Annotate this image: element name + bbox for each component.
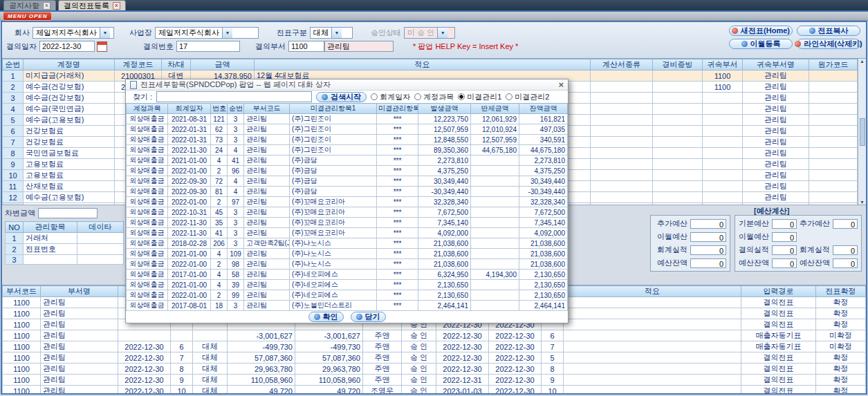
cell[interactable]: *** [377,218,418,228]
cell[interactable]: 5 [3,115,24,126]
cell[interactable] [471,249,519,259]
cell[interactable]: 2 [211,197,228,207]
cell[interactable]: 44,675,180 [471,145,519,155]
cell[interactable]: *** [377,280,418,290]
cell[interactable]: *** [377,228,418,238]
cell[interactable]: 2022-12-30 [489,341,542,352]
cell[interactable]: 관리팀 [244,187,290,197]
cell[interactable]: *** [377,166,418,176]
cell[interactable]: 거래처 [24,233,77,244]
cell[interactable] [564,308,741,319]
cell[interactable]: (주)금담 [290,187,377,197]
cell[interactable] [653,70,703,82]
approve-state-select[interactable]: 미 승 인 ▼ [404,27,455,39]
cell[interactable]: 확정 [816,375,866,386]
cell[interactable]: (주)꼬매요코리아 [290,197,377,207]
cell[interactable]: 12,010,924 [471,124,519,135]
cell[interactable]: *** [377,249,418,259]
cell[interactable]: 산재보험료 [24,181,115,192]
cell[interactable] [703,126,743,137]
cell[interactable]: 예수금(국민연금) [24,104,115,115]
cell[interactable]: 2021-01-00 [168,280,211,290]
cell[interactable] [703,170,743,181]
cell[interactable] [471,197,519,207]
cell[interactable]: 3 [228,301,244,311]
cell[interactable] [653,93,703,104]
cell[interactable]: 2 [211,290,228,301]
cell[interactable]: 32,328,340 [519,197,568,207]
cell[interactable]: 49,720 [228,386,295,395]
cell[interactable]: 2,273,810 [519,155,568,166]
cell[interactable]: 건강보험료 [24,126,115,137]
cell[interactable]: 96 [228,166,244,176]
cell[interactable]: *** [377,176,418,187]
cell[interactable] [653,181,703,192]
cell[interactable]: 외상매출금 [127,155,168,166]
cell[interactable]: 2022-09-30 [168,176,211,187]
cell[interactable]: 10 [3,170,24,181]
cell[interactable]: 7 [3,137,24,148]
cell[interactable]: 4 [228,176,244,187]
cell[interactable] [591,70,653,82]
cell[interactable]: 2022-11-30 [168,218,211,228]
slip-date-input[interactable] [39,41,95,52]
cell[interactable]: 10 [171,386,193,395]
cell[interactable]: 2022-12-30 [436,352,489,364]
cell[interactable]: 주앤 [363,364,402,375]
cell[interactable]: 외상매출금 [127,176,168,187]
cell[interactable]: 1100 [3,330,41,341]
cell[interactable]: 주앤 [363,375,402,386]
cell[interactable]: 99 [228,290,244,301]
cell[interactable]: 1 [6,233,24,244]
table-row[interactable]: 외상매출금2022-01-31623관리팀(주)그린조이***12,507,95… [127,124,568,135]
cell[interactable]: 5 [542,352,564,364]
cell[interactable] [653,170,703,181]
cell[interactable]: 4 [211,249,228,259]
table-row[interactable]: 외상매출금2021-01-004109관리팀(주)나노시스***21,038,6… [127,249,568,259]
cell[interactable]: 8 [542,364,564,375]
cell[interactable]: *** [377,124,418,135]
table-row[interactable]: 1100관리팀-3,001,627-3,001,627주앤승 인2022-12-… [3,330,866,341]
cell[interactable]: 2 [6,244,24,255]
cell[interactable]: 44,675,180 [519,145,568,155]
cell[interactable]: 관리팀 [743,170,809,181]
cell[interactable]: 미지급금(거래처) [24,70,115,82]
cell[interactable]: (주)꼬매요코리아 [290,207,377,218]
cell[interactable]: 24 [211,145,228,155]
cell[interactable] [703,115,743,126]
cell[interactable]: 관리팀 [244,249,290,259]
cell[interactable]: 3 [228,218,244,228]
cell[interactable]: 110,058,960 [295,375,363,386]
cell[interactable]: 관리팀 [743,82,809,93]
cell[interactable]: 2022-12-30 [489,386,542,395]
cell[interactable]: 1100 [3,352,41,364]
cell[interactable]: 3 [228,207,244,218]
cell[interactable]: 대체 [193,352,228,364]
cell[interactable]: 2018-02-28 [168,238,211,249]
cell[interactable]: 4 [211,270,228,280]
cell[interactable]: 외상매출금 [127,228,168,238]
cell[interactable]: (주)금담 [290,176,377,187]
cell[interactable] [703,93,743,104]
cell[interactable]: 21,038,600 [519,259,568,270]
table-row[interactable]: 외상매출금2021-08-311213관리팀(주)그린조이***12,223,7… [127,114,568,124]
cell[interactable]: 41 [228,155,244,166]
cell[interactable]: -30,349,440 [418,187,471,197]
cell[interactable]: 결의전표 [741,364,816,375]
cell[interactable] [591,104,653,115]
cell[interactable]: 외상매출금 [127,218,168,228]
cell[interactable]: 매출자동기표 [741,341,816,352]
cell[interactable]: 7 [542,341,564,352]
cell[interactable]: 4,092,000 [519,228,568,238]
scrollbar[interactable]: ▲ ▼ [858,59,866,205]
cell[interactable]: 관리팀 [41,352,118,364]
cell[interactable]: 2022-01-00 [168,197,211,207]
cell[interactable]: 주앤 [363,341,402,352]
table-row[interactable]: 외상매출금2022-01-00299관리팀(주)네오피에스***2,130,65… [127,290,568,301]
cell[interactable]: 외상매출금 [127,238,168,249]
table-row[interactable]: 외상매출금2022-01-31733관리팀(주)그린조이***12,848,55… [127,135,568,145]
cell[interactable] [809,82,858,93]
cell[interactable]: 2022-12-30 [489,330,542,341]
cell[interactable]: 3 [228,135,244,145]
cell[interactable]: 2022-12-30 [118,375,171,386]
